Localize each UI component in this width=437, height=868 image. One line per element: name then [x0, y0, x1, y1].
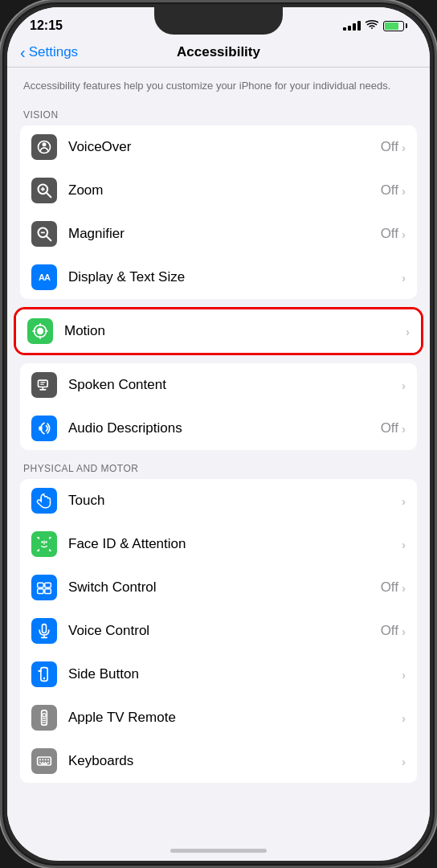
svg-point-23: [45, 541, 47, 543]
motion-icon: [27, 318, 53, 344]
vision-list-group: VoiceOver Off › Zoom Off: [20, 125, 417, 299]
display-icon: AA: [31, 264, 57, 290]
svg-rect-16: [39, 389, 46, 391]
zoom-label: Zoom: [68, 182, 381, 199]
vision-list-group-2: Spoken Content › Audio Descriptio: [20, 363, 417, 450]
motion-highlight-wrapper: Motion ›: [14, 307, 423, 355]
list-item-voiceover[interactable]: VoiceOver Off ›: [20, 125, 417, 169]
list-item-appletv[interactable]: Apple TV Remote ›: [20, 696, 417, 739]
phone-frame: 12:15: [0, 0, 437, 868]
accessibility-description: Accessibility features help you customiz…: [7, 68, 430, 104]
keyboards-label: Keyboards: [68, 753, 398, 769]
list-item-magnifier[interactable]: Magnifier Off ›: [20, 212, 417, 256]
back-label: Settings: [29, 44, 78, 60]
back-button[interactable]: ‹ Settings: [20, 44, 78, 60]
list-item-side[interactable]: Side Button ›: [20, 653, 417, 696]
display-label: Display & Text Size: [68, 269, 398, 285]
svg-point-22: [41, 541, 43, 543]
svg-point-36: [43, 714, 46, 717]
list-item-touch[interactable]: Touch ›: [20, 479, 417, 522]
display-chevron: ›: [402, 271, 406, 285]
section-header-physical: PHYSICAL AND MOTOR: [7, 458, 430, 479]
faceid-icon: [31, 531, 57, 557]
list-item-voicectl[interactable]: Voice Control Off ›: [20, 609, 417, 653]
mute-button: [0, 135, 2, 164]
list-item-spoken[interactable]: Spoken Content ›: [20, 363, 417, 407]
zoom-icon: [31, 178, 57, 203]
signal-icon: [343, 21, 361, 31]
magnifier-icon: [31, 221, 57, 247]
navigation-bar: ‹ Settings Accessibility: [7, 38, 430, 68]
content-area: Accessibility features help you customiz…: [7, 68, 430, 841]
page-title: Accessibility: [177, 44, 260, 60]
volume-down-button: [0, 235, 2, 280]
switch-icon: [31, 575, 57, 600]
magnifier-value: Off: [381, 226, 398, 242]
switch-value: Off: [381, 579, 398, 596]
spoken-label: Spoken Content: [68, 377, 398, 393]
voiceover-chevron: ›: [402, 141, 406, 154]
physical-list-group: Touch ›: [20, 479, 417, 783]
list-item-zoom[interactable]: Zoom Off ›: [20, 169, 417, 212]
touch-chevron: ›: [402, 494, 406, 508]
voicectl-value: Off: [381, 623, 398, 639]
faceid-chevron: ›: [402, 538, 406, 551]
svg-rect-25: [38, 583, 44, 588]
side-chevron: ›: [402, 668, 406, 682]
wifi-icon: [366, 19, 378, 32]
svg-rect-26: [45, 583, 51, 588]
magnifier-chevron: ›: [402, 227, 406, 241]
motion-label: Motion: [64, 323, 402, 339]
touch-label: Touch: [68, 493, 398, 509]
svg-rect-27: [38, 589, 44, 594]
section-header-vision: VISION: [7, 104, 430, 125]
side-label: Side Button: [68, 666, 398, 682]
list-item-faceid[interactable]: Face ID & Attention ›: [20, 522, 417, 566]
keyboards-chevron: ›: [402, 755, 406, 768]
svg-rect-28: [45, 589, 51, 594]
spoken-chevron: ›: [402, 379, 406, 392]
volume-up-button: [0, 179, 2, 224]
appletv-chevron: ›: [402, 711, 406, 725]
svg-rect-15: [39, 380, 48, 387]
svg-rect-29: [43, 624, 47, 633]
list-item-keyboards[interactable]: Keyboards ›: [20, 739, 417, 783]
list-item-switch[interactable]: Switch Control Off ›: [20, 566, 417, 609]
appletv-label: Apple TV Remote: [68, 710, 398, 726]
svg-rect-20: [39, 427, 42, 431]
svg-point-0: [43, 142, 47, 146]
keyboards-icon: [31, 748, 57, 774]
appletv-icon: [31, 705, 57, 731]
audio-icon: [31, 416, 57, 441]
voicectl-label: Voice Control: [68, 623, 381, 639]
voicectl-icon: [31, 618, 57, 644]
voiceover-icon: [31, 134, 57, 160]
spoken-icon: [31, 372, 57, 398]
voicectl-chevron: ›: [402, 624, 406, 638]
svg-point-9: [37, 328, 43, 334]
touch-icon: [31, 488, 57, 514]
switch-label: Switch Control: [68, 579, 381, 596]
aa-text: AA: [39, 272, 50, 282]
battery-icon: [383, 21, 407, 31]
voiceover-value: Off: [381, 139, 398, 155]
voiceover-label: VoiceOver: [68, 139, 381, 155]
chevron-left-icon: ‹: [20, 44, 26, 60]
list-item-audio[interactable]: Audio Descriptions Off ›: [20, 407, 417, 450]
home-indicator: [170, 849, 267, 853]
zoom-chevron: ›: [402, 184, 406, 198]
svg-line-3: [47, 193, 51, 198]
faceid-label: Face ID & Attention: [68, 536, 398, 552]
screen: 12:15: [7, 7, 430, 861]
audio-label: Audio Descriptions: [68, 420, 381, 436]
list-item-motion[interactable]: Motion ›: [16, 309, 421, 353]
list-item-display[interactable]: AA Display & Text Size ›: [20, 256, 417, 299]
switch-chevron: ›: [402, 581, 406, 595]
magnifier-label: Magnifier: [68, 226, 381, 242]
notch: [154, 7, 283, 35]
motion-chevron: ›: [406, 325, 410, 338]
side-icon: [31, 661, 57, 687]
svg-line-7: [47, 236, 51, 241]
status-icons: [343, 19, 407, 32]
audio-value: Off: [381, 420, 398, 436]
